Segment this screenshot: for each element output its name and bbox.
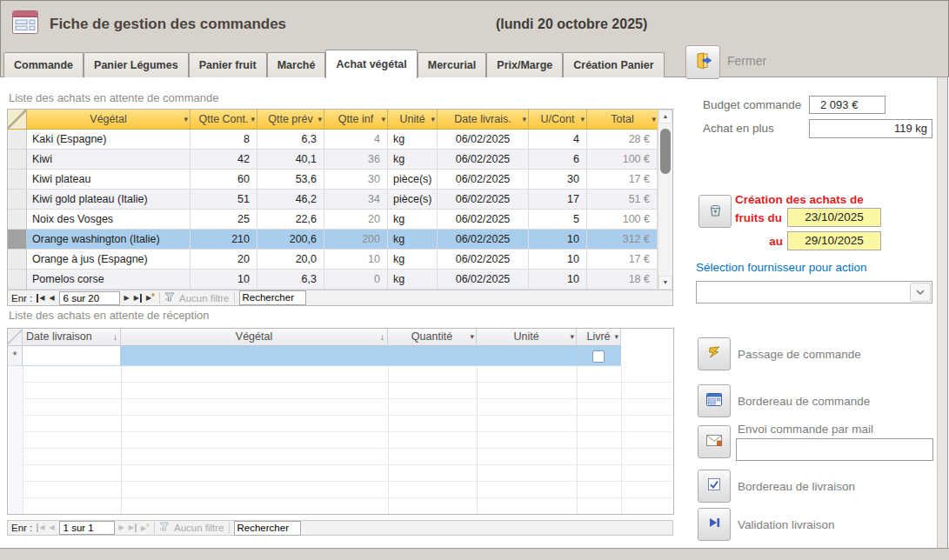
cell-u-cont[interactable]: 10 [529,270,587,290]
search-input[interactable]: Rechercher [239,290,306,305]
cell-date-livraison[interactable] [23,346,121,366]
cell-qtte-prev[interactable]: 6,3 [257,270,324,290]
bordereau-livraison-button[interactable] [698,470,731,503]
date-from-field[interactable]: 23/10/2025 [787,208,881,227]
col-header-qtte-prev[interactable]: Qtte prév▾ [257,110,324,130]
cell-qtte-inf[interactable]: 0 [324,270,388,290]
filter-status-label[interactable]: Aucun filtre [174,523,224,533]
cell-total[interactable]: 17 € [587,170,658,190]
col-header-livre[interactable]: Livré▾ [577,329,621,346]
cell-unite[interactable]: kg [388,230,438,250]
cell-qtte-cont[interactable]: 210 [190,230,257,250]
filter-dropdown-icon[interactable]: ▾ [431,110,435,129]
cell-qtte-inf[interactable]: 10 [324,250,388,270]
cell-unite[interactable]: pièce(s) [388,170,438,190]
filter-dropdown-icon[interactable]: ▾ [652,110,656,129]
filter-dropdown-icon[interactable]: ▾ [570,329,574,345]
cell-vegetal[interactable] [121,346,388,366]
cell-vegetal[interactable]: Orange à jus (Espagne) [27,250,190,270]
cell-qtte-prev[interactable]: 46,2 [257,190,324,210]
cell-u-cont[interactable]: 17 [529,190,587,210]
cell-vegetal[interactable]: Noix des Vosges [27,210,190,230]
cell-qtte-cont[interactable]: 20 [190,250,257,270]
row-selector[interactable] [8,150,27,170]
cell-qtte-cont[interactable]: 8 [190,130,257,150]
delete-purchases-button[interactable] [698,195,732,228]
col-header-vegetal[interactable]: Végétal▾ [27,110,190,130]
cell-date[interactable]: 06/02/2025 [438,170,529,190]
tab-marche[interactable]: Marché [267,52,326,77]
previous-record-icon[interactable]: ◀ [49,523,54,532]
validation-livraison-button[interactable] [698,508,731,541]
col-header-vegetal[interactable]: Végétal↓ [121,329,388,346]
filter-dropdown-icon[interactable]: ▾ [470,329,474,345]
cell-total[interactable]: 18 € [587,270,658,290]
bordereau-commande-button[interactable] [698,384,731,417]
row-selector[interactable] [8,250,27,270]
cell-qtte-inf[interactable]: 36 [324,150,388,170]
sort-filter-icon[interactable]: ↓ [113,329,117,345]
filter-dropdown-icon[interactable]: ▾ [614,329,618,345]
cell-qtte-prev[interactable]: 22,6 [257,210,324,230]
cell-vegetal[interactable]: Pomelos corse [27,270,190,290]
next-record-icon[interactable]: ▶ [119,523,124,532]
cell-u-cont[interactable]: 30 [529,170,587,190]
filter-dropdown-icon[interactable]: ▾ [184,110,188,129]
cell-total[interactable]: 312 € [587,230,658,250]
col-header-qtte-inf[interactable]: Qtte inf▾ [324,110,388,130]
row-selector[interactable] [8,210,27,230]
envoi-mail-button[interactable] [698,425,731,458]
cell-date[interactable]: 06/02/2025 [438,250,529,270]
cell-qtte-prev[interactable]: 6,3 [257,130,324,150]
cell-qtte-cont[interactable]: 25 [190,210,257,230]
col-header-date-livrais[interactable]: Date livrais.▾ [438,110,529,130]
col-header-quantite[interactable]: Quantité▾ [388,329,477,346]
scroll-down-icon[interactable]: ▼ [658,276,672,290]
cell-qtte-cont[interactable]: 10 [190,270,257,290]
cell-unite[interactable] [477,346,577,366]
scrollbar-thumb[interactable] [660,129,671,174]
cell-unite[interactable]: kg [388,270,438,290]
extra-purchase-field[interactable]: 119 kg [809,119,932,138]
chevron-down-icon[interactable] [910,283,931,302]
orders-table-scrollbar[interactable]: ▲ ▼ [658,110,672,290]
cell-u-cont[interactable]: 5 [529,210,587,230]
cell-u-cont[interactable]: 6 [529,150,587,170]
record-position-box[interactable]: 1 sur 1 [59,521,115,535]
cell-qtte-inf[interactable]: 4 [324,130,388,150]
new-record-icon[interactable]: ▶* [141,523,150,533]
supplier-combobox[interactable] [696,281,932,303]
col-header-u-cont[interactable]: U/Cont▾ [529,110,587,130]
cell-qtte-prev[interactable]: 40,1 [257,150,324,170]
last-record-icon[interactable]: ▶ [134,294,142,303]
sort-filter-icon[interactable]: ↓ [380,329,384,345]
col-header-unite[interactable]: Unité▾ [477,329,577,346]
filter-status-label[interactable]: Aucun filtre [179,293,230,303]
livre-checkbox[interactable] [592,350,605,363]
cell-total[interactable]: 100 € [587,150,658,170]
cell-unite[interactable]: kg [388,210,438,230]
col-header-unite[interactable]: Unité▾ [388,110,438,130]
first-record-icon[interactable]: ◀ [37,523,44,532]
cell-quantite[interactable] [388,346,477,366]
form-vertical-scrollbar[interactable] [937,77,948,548]
cell-unite[interactable]: kg [388,130,438,150]
row-selector-selected[interactable] [8,230,27,250]
cell-livre[interactable] [577,346,621,366]
cell-qtte-inf[interactable]: 200 [324,230,388,250]
cell-qtte-cont[interactable]: 42 [190,150,257,170]
cell-u-cont[interactable]: 4 [529,130,587,150]
first-record-icon[interactable]: ◀ [37,294,44,303]
passage-commande-button[interactable] [698,337,731,370]
cell-date[interactable]: 06/02/2025 [438,230,529,250]
cell-vegetal[interactable]: Kaki (Espagne) [27,130,190,150]
cell-u-cont[interactable]: 10 [529,230,587,250]
search-input[interactable]: Rechercher [234,521,301,536]
cell-total[interactable]: 51 € [587,190,658,210]
cell-vegetal[interactable]: Kiwi [27,150,190,170]
cell-date[interactable]: 06/02/2025 [438,150,529,170]
cell-date[interactable]: 06/02/2025 [438,270,529,290]
cell-date[interactable]: 06/02/2025 [438,130,529,150]
col-header-total[interactable]: Total▾ [587,110,658,130]
budget-value-field[interactable]: 2 093 € [809,96,886,114]
